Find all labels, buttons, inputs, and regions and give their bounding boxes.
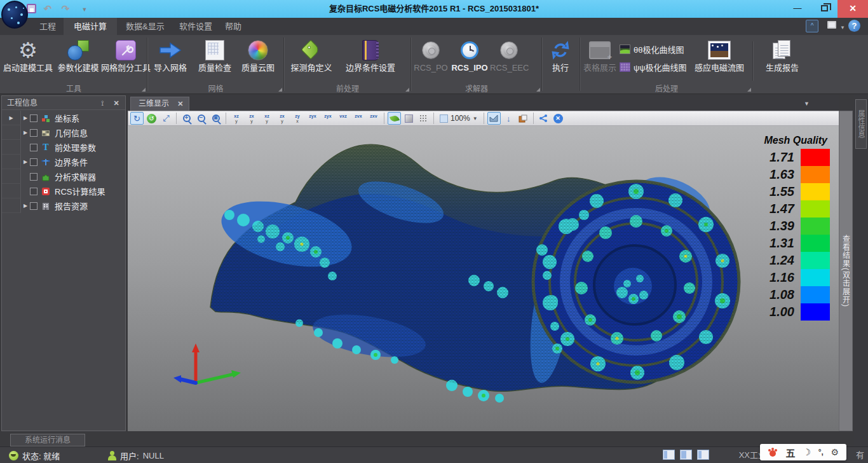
minimize-button[interactable]: — [785, 0, 810, 18]
tree-checkbox[interactable] [30, 114, 37, 122]
view-orientation-button[interactable]: zvx [351, 112, 365, 125]
view-orientation-button[interactable]: zxy [245, 112, 259, 125]
group-expand-icon[interactable] [278, 88, 282, 92]
tree-item-rcs-result[interactable]: RCS计算结果 [2, 184, 125, 198]
boundary-settings-button[interactable]: 边界条件设置 [339, 38, 402, 83]
panel-layout-split-icon[interactable] [680, 450, 692, 460]
view-orientation-button[interactable]: xzy [260, 112, 274, 125]
panel-layout-left-icon[interactable] [663, 450, 675, 460]
collapse-ribbon-icon[interactable]: ^ [806, 20, 818, 32]
restore-button[interactable] [812, 0, 836, 18]
pan-view-button[interactable]: ⤢ [159, 112, 173, 125]
tab-3d-display[interactable]: 三维显示 ✕ [130, 97, 189, 111]
chevron-right-icon[interactable]: ▶ [21, 115, 30, 121]
zoom-fit-button[interactable]: ▣ [209, 112, 222, 125]
parametric-modeling-button[interactable]: 参数化建模 [56, 38, 100, 83]
zoom-in-button[interactable]: + [180, 112, 193, 125]
legend-color-band [801, 303, 830, 321]
tab-close-icon[interactable]: ✕ [177, 100, 183, 107]
application-window: ↶ ↷ ▼ 复杂目标RCS电磁分析软件2015 R1 - RCS_2015031… [0, 0, 868, 463]
pin-icon[interactable]: ⟟ [97, 98, 107, 108]
ime-toolbar[interactable]: 五 ☽ °, ⚙ [760, 444, 846, 460]
tree-checkbox[interactable] [30, 188, 37, 195]
ribbon-group-report: 生成报告 [753, 35, 813, 93]
help-icon[interactable]: ? [848, 20, 860, 32]
ime-wubi-mode[interactable]: 五 [786, 446, 796, 459]
mesh-partition-tool-button[interactable]: 网格剖分工具 [100, 38, 151, 83]
menu-tab-help[interactable]: 帮助 [215, 18, 252, 35]
app-logo[interactable] [1, 1, 28, 29]
rotate-view-button[interactable]: ↻ [130, 112, 144, 125]
clip-plane-button[interactable] [487, 112, 501, 125]
panel-close-icon[interactable]: ✕ [111, 98, 121, 108]
probe-angle-button[interactable]: 探测角定义 [288, 38, 335, 83]
group-expand-icon[interactable] [747, 88, 751, 92]
layers-button[interactable] [517, 112, 530, 125]
orbit-view-button[interactable]: ↺ [145, 112, 158, 125]
launch-modeling-tool-button[interactable]: ⚙ 启动建模工具 [3, 38, 53, 83]
table-view-button: 表格展示 [581, 38, 618, 83]
menu-tab-data-display[interactable]: 数据&显示 [116, 18, 175, 35]
group-expand-icon[interactable] [405, 88, 409, 92]
analysis-solver-icon [41, 172, 51, 182]
view-orientation-button[interactable]: zxv [367, 112, 381, 125]
chevron-right-icon[interactable]: ▶ [21, 203, 30, 209]
share-view-button[interactable] [537, 112, 550, 125]
tree-checkbox[interactable] [30, 202, 37, 210]
legend-color-band [801, 269, 830, 286]
legend-color-band [801, 235, 830, 252]
window-style-icon[interactable]: ▼ [827, 20, 840, 32]
tree-item-report-resource[interactable]: ▶ 报告资源 [2, 198, 125, 213]
quality-cloud-button[interactable]: 质量云图 [238, 38, 278, 83]
generate-report-button[interactable]: 生成报告 [762, 38, 803, 83]
tree-item-boundary-condition[interactable]: ▶ 边界条件 [2, 155, 125, 169]
close-view-button[interactable]: ✕ [552, 112, 565, 125]
drop-view-button[interactable]: ↓ [502, 112, 515, 125]
viewport-3d[interactable]: Mesh Quality 1.71 1.63 1.55 1.47 1.39 1.… [128, 126, 839, 431]
execute-button[interactable]: 执行 [546, 38, 575, 83]
import-mesh-button[interactable]: 导入网格 [151, 38, 189, 83]
menu-tab-project[interactable]: 工程 [29, 18, 66, 35]
menu-tab-em-compute[interactable]: 电磁计算 [64, 18, 117, 35]
chevron-right-icon[interactable]: ▶ [21, 159, 30, 165]
tree-checkbox[interactable] [30, 173, 37, 181]
panel-layout-right-icon[interactable] [697, 450, 709, 460]
tree-item-preprocess-params[interactable]: T 前处理参数 [2, 140, 125, 155]
smooth-shading-button[interactable] [388, 112, 401, 125]
view-orientation-button[interactable]: vxz [336, 112, 350, 125]
psi-curve-button[interactable]: ψψ极化曲线图 [620, 58, 689, 76]
ime-halfwidth-moon-icon[interactable]: ☽ [803, 447, 811, 457]
tree-item-analysis-solver[interactable]: 分析求解器 [2, 169, 125, 184]
user-icon [108, 451, 116, 460]
view-orientation-button[interactable]: zxy [275, 112, 289, 125]
tree-checkbox[interactable] [30, 129, 37, 137]
view-orientation-button[interactable]: zyx [290, 112, 304, 125]
view-orientation-button[interactable]: zyx [306, 112, 320, 125]
results-expander-tab[interactable]: 查看结果(双击展开) [839, 111, 853, 431]
induced-current-map-button[interactable]: 感应电磁流图 [691, 38, 748, 83]
solver-ipo-button[interactable]: RCS_IPO [451, 38, 489, 83]
flat-shading-button[interactable] [402, 112, 416, 125]
close-button[interactable]: ✕ [837, 0, 868, 18]
zoom-out-button[interactable]: − [194, 112, 208, 125]
group-expand-icon[interactable] [536, 88, 540, 92]
tree-checkbox[interactable] [30, 144, 37, 151]
tree-item-coordinate-system[interactable]: ▶ ▶ 坐标系 [2, 111, 125, 125]
quality-check-button[interactable]: 质量检查 [195, 38, 234, 83]
tree-checkbox[interactable] [30, 158, 37, 166]
system-messages-tab[interactable]: 系统运行消息 [10, 434, 85, 446]
view-orientation-button[interactable]: xzy [229, 112, 243, 125]
tab-list-dropdown-icon[interactable]: ▼ [804, 100, 810, 107]
wireframe-button[interactable] [417, 112, 430, 125]
group-expand-icon[interactable] [142, 88, 146, 92]
zoom-level-select[interactable]: 100% ▼ [437, 114, 480, 123]
properties-tab[interactable]: 属性信息 [855, 99, 867, 149]
view-orientation-button[interactable]: zyx [321, 112, 335, 125]
tree-item-geometry-info[interactable]: ▶ 几何信息 [2, 125, 125, 140]
ime-settings-gear-icon[interactable]: ⚙ [831, 447, 839, 457]
chevron-right-icon[interactable]: ▶ [21, 130, 30, 135]
chevron-right-icon[interactable]: ▶ [7, 115, 16, 121]
menu-bar: 工程 电磁计算 数据&显示 软件设置 帮助 ^ ▼ ? [0, 18, 868, 35]
theta-curve-button[interactable]: θθ极化曲线图 [620, 40, 689, 58]
ime-punctuation-icon[interactable]: °, [818, 448, 824, 457]
